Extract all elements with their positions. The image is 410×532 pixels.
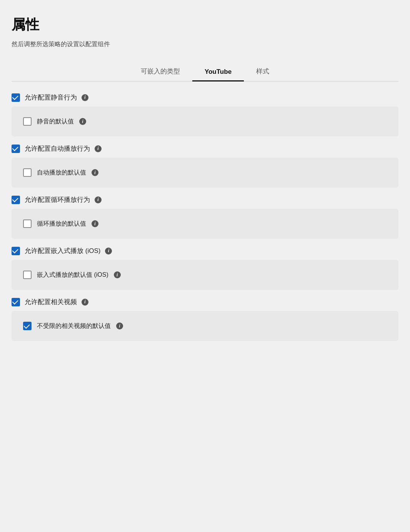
info-icon-mute-behavior[interactable]: i [82,94,88,101]
info-icon-autoplay-behavior[interactable]: i [95,145,102,152]
sub-row-related-default: 不受限的相关视频的默认值 i [23,322,387,330]
label-inline-playback: 允许配置嵌入式播放 (iOS) [25,246,100,255]
info-icon-loop-default[interactable]: i [92,220,98,227]
sub-row-mute-default: 静音的默认值 i [23,117,387,126]
info-icon-related-videos[interactable]: i [82,299,88,306]
section-mute-header: 允许配置静音行为 i [12,93,398,102]
info-icon-inline-playback[interactable]: i [105,248,112,254]
label-autoplay-behavior: 允许配置自动播放行为 [25,144,90,153]
label-autoplay-default: 自动播放的默认值 [37,169,86,177]
section-autoplay-header: 允许配置自动播放行为 i [12,144,398,153]
checkbox-related-videos[interactable] [12,298,20,306]
info-icon-loop-behavior[interactable]: i [95,196,102,203]
checkbox-inline-default[interactable] [23,271,32,279]
label-mute-behavior: 允许配置静音行为 [25,93,77,102]
label-related-videos: 允许配置相关视频 [25,298,77,306]
sub-row-loop-default: 循环播放的默认值 i [23,219,387,228]
label-mute-default: 静音的默认值 [37,118,74,126]
page-subtitle: 然后调整所选策略的设置以配置组件 [12,40,398,48]
sub-panel-inline: 嵌入式播放的默认值 (iOS) i [12,260,398,290]
section-loop-behavior: 允许配置循环播放行为 i 循环播放的默认值 i [12,195,398,239]
info-icon-inline-default[interactable]: i [114,271,121,278]
section-mute-behavior: 允许配置静音行为 i 静音的默认值 i [12,93,398,136]
label-related-default: 不受限的相关视频的默认值 [37,322,111,330]
tabs-bar: 可嵌入的类型 YouTube 样式 [12,62,398,81]
section-inline-playback: 允许配置嵌入式播放 (iOS) i 嵌入式播放的默认值 (iOS) i [12,246,398,290]
checkbox-loop-default[interactable] [23,219,32,228]
checkbox-inline-playback[interactable] [12,247,20,255]
sub-panel-mute: 静音的默认值 i [12,106,398,136]
tab-style[interactable]: 样式 [244,62,282,81]
checkbox-autoplay-default[interactable] [23,168,32,177]
sub-panel-autoplay: 自动播放的默认值 i [12,158,398,188]
label-inline-default: 嵌入式播放的默认值 (iOS) [37,271,108,279]
sub-panel-related: 不受限的相关视频的默认值 i [12,311,398,341]
checkbox-autoplay-behavior[interactable] [12,145,20,153]
tab-youtube[interactable]: YouTube [192,63,244,81]
info-icon-autoplay-default[interactable]: i [92,169,98,176]
page-title: 属性 [12,15,398,34]
sub-panel-loop: 循环播放的默认值 i [12,209,398,239]
sub-row-autoplay-default: 自动播放的默认值 i [23,168,387,177]
info-icon-mute-default[interactable]: i [79,118,86,125]
section-related-videos: 允许配置相关视频 i 不受限的相关视频的默认值 i [12,298,398,341]
label-loop-default: 循环播放的默认值 [37,220,86,228]
checkbox-related-default[interactable] [23,322,32,330]
section-loop-header: 允许配置循环播放行为 i [12,195,398,204]
section-related-header: 允许配置相关视频 i [12,298,398,306]
page-container: 属性 然后调整所选策略的设置以配置组件 可嵌入的类型 YouTube 样式 允许… [0,0,410,372]
sub-row-inline-default: 嵌入式播放的默认值 (iOS) i [23,271,387,279]
checkbox-mute-behavior[interactable] [12,93,20,102]
label-loop-behavior: 允许配置循环播放行为 [25,195,90,204]
tab-embeddable-types[interactable]: 可嵌入的类型 [128,62,192,81]
section-autoplay-behavior: 允许配置自动播放行为 i 自动播放的默认值 i [12,144,398,188]
section-inline-header: 允许配置嵌入式播放 (iOS) i [12,246,398,255]
checkbox-mute-default[interactable] [23,117,32,126]
info-icon-related-default[interactable]: i [116,323,123,329]
checkbox-loop-behavior[interactable] [12,196,20,204]
